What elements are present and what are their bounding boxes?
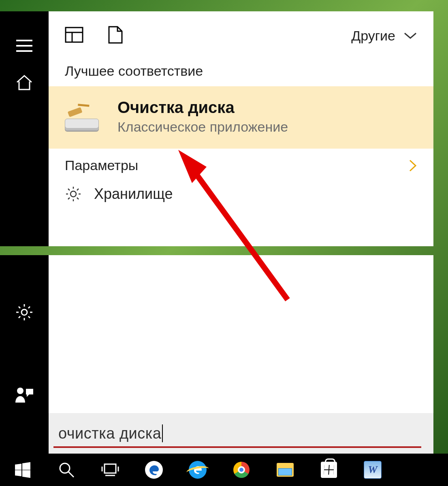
ie-app[interactable] — [177, 455, 218, 484]
file-explorer-app[interactable] — [265, 455, 305, 484]
documents-filter-icon[interactable] — [108, 26, 123, 46]
best-match-section-header: Лучшее соответствие — [49, 60, 433, 86]
menu-icon — [15, 39, 33, 53]
start-search-panel: Другие Лучшее соответствие Очистка диска… — [0, 11, 433, 246]
annotation-underline — [53, 446, 421, 448]
task-view-button[interactable] — [90, 455, 130, 484]
settings-section-header[interactable]: Параметры — [49, 149, 433, 182]
start-button[interactable] — [2, 455, 43, 484]
svg-line-12 — [68, 472, 74, 477]
feedback-rail-button[interactable] — [15, 386, 34, 406]
search-input-value: очистка диска — [58, 425, 161, 442]
apps-filter-icon[interactable] — [65, 27, 83, 45]
gear-icon — [65, 185, 82, 202]
settings-rail-button[interactable] — [15, 303, 34, 323]
settings-item-storage[interactable]: Хранилище — [49, 182, 433, 215]
results-filter-bar: Другие — [49, 11, 433, 60]
start-left-rail — [0, 11, 49, 246]
taskbar-search-button[interactable] — [46, 455, 87, 484]
store-icon — [321, 462, 337, 478]
edge-icon — [145, 461, 163, 479]
ie-icon — [189, 461, 207, 479]
search-results-area: Другие Лучшее соответствие Очистка диска… — [49, 11, 433, 246]
hamburger-menu-button[interactable] — [0, 28, 49, 64]
explorer-icon — [277, 463, 294, 477]
windows-icon — [14, 461, 31, 478]
start-lower-panel: очистка диска — [0, 255, 433, 454]
svg-point-6 — [70, 191, 76, 197]
other-filter-label: Другие — [351, 28, 395, 44]
store-app[interactable] — [309, 455, 349, 484]
svg-point-11 — [60, 463, 70, 473]
home-icon — [15, 73, 33, 91]
best-match-result[interactable]: Очистка диска Классическое приложение — [49, 86, 433, 149]
chevron-right-icon — [408, 159, 417, 173]
svg-rect-3 — [66, 28, 83, 42]
lower-results-area: очистка диска — [49, 255, 433, 454]
settings-item-label: Хранилище — [94, 185, 173, 202]
settings-section-label: Параметры — [65, 158, 138, 173]
search-icon — [58, 461, 75, 479]
word-app[interactable]: W — [352, 455, 393, 484]
other-filter-dropdown[interactable]: Другие — [351, 28, 417, 44]
disk-cleanup-icon — [65, 102, 101, 131]
chrome-icon — [233, 462, 250, 478]
best-match-subtitle: Классическое приложение — [117, 119, 288, 135]
task-view-icon — [100, 462, 121, 478]
home-button[interactable] — [0, 64, 49, 100]
start-left-rail-lower — [0, 255, 49, 454]
chrome-app[interactable] — [221, 455, 262, 484]
taskbar: W — [0, 454, 448, 486]
svg-point-7 — [21, 309, 27, 315]
best-match-title: Очистка диска — [117, 98, 288, 117]
svg-point-8 — [17, 388, 23, 394]
chevron-down-icon — [403, 32, 417, 40]
word-icon: W — [364, 461, 382, 479]
user-ask-icon — [15, 386, 34, 404]
edge-app[interactable] — [134, 455, 174, 484]
settings-gear-icon — [15, 303, 34, 322]
search-input[interactable]: очистка диска — [49, 413, 433, 454]
svg-rect-13 — [105, 464, 116, 473]
text-caret — [162, 424, 163, 442]
